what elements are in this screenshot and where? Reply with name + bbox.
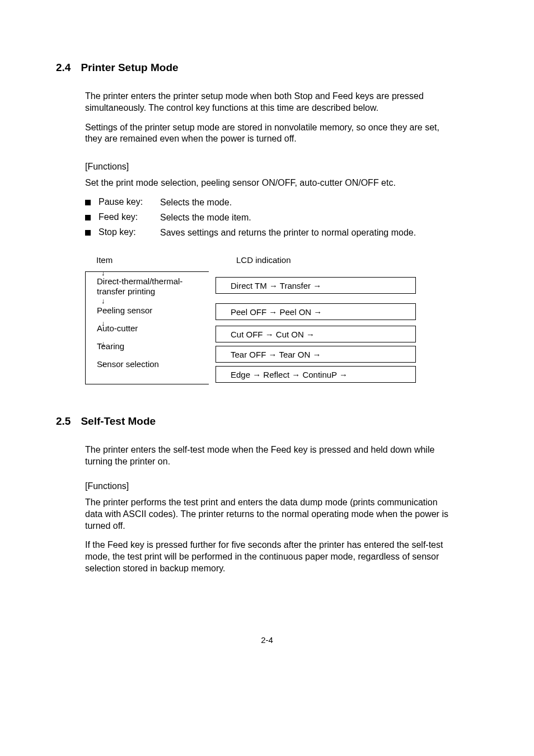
functions-label: [Functions] [85, 481, 456, 491]
section-number: 2.4 [56, 62, 71, 74]
para: If the Feed key is pressed further for f… [85, 539, 456, 574]
section-title: Self-Test Mode [81, 415, 156, 428]
lcd-box: Cut OFF → Cut ON → [216, 326, 416, 342]
key-name: Feed key: [99, 212, 160, 222]
lcd-box: Peel OFF → Peel ON → [216, 303, 416, 320]
lcd-box: Direct TM → Transfer → [216, 277, 416, 294]
table-header-item: Item [85, 255, 219, 265]
lcd-value: Direct TM → Transfer → [231, 281, 321, 290]
key-name: Stop key: [99, 227, 160, 237]
key-desc: Saves settings and returns the printer t… [160, 227, 456, 239]
section-header-25: 2.5 Self-Test Mode [56, 415, 478, 428]
lcd-box: Edge → Reflect → ContinuP → [216, 366, 416, 383]
para: Settings of the printer setup mode are s… [85, 122, 456, 145]
item-entry: Auto-cutter [86, 317, 209, 335]
key-desc: Selects the mode. [160, 197, 456, 209]
key-list: Pause key: Selects the mode. Feed key: S… [85, 197, 456, 238]
item-entry: Tearing [86, 335, 209, 353]
item-entry: Peeling sensor [86, 298, 209, 317]
functions-desc: Set the print mode selection, peeling se… [85, 177, 456, 189]
lcd-value: Edge → Reflect → ContinuP → [231, 370, 348, 379]
para: The printer enters the self-test mode wh… [85, 444, 456, 468]
bullet-icon [85, 200, 91, 205]
bullet-icon [85, 215, 91, 220]
items-column: ↓ Direct-thermal/thermal-transfer printi… [85, 271, 209, 384]
para: The printer enters the printer setup mod… [85, 91, 456, 114]
section-title: Printer Setup Mode [81, 62, 178, 74]
item-entry: Sensor selection [86, 353, 209, 375]
key-row: Feed key: Selects the mode item. [85, 212, 456, 224]
lcd-value: Tear OFF → Tear ON → [231, 350, 321, 359]
item-entry: Direct-thermal/thermal-transfer printing [86, 272, 209, 298]
para: The printer performs the test print and … [85, 497, 456, 532]
key-name: Pause key: [99, 197, 160, 207]
setup-mode-diagram: Item LCD indication ↓ Direct-thermal/the… [85, 255, 478, 384]
lcd-value: Cut OFF → Cut ON → [231, 330, 315, 339]
lcd-value: Peel OFF → Peel ON → [231, 307, 322, 317]
bullet-icon [85, 230, 91, 236]
functions-label: [Functions] [85, 162, 456, 172]
key-row: Pause key: Selects the mode. [85, 197, 456, 209]
lcd-box: Tear OFF → Tear ON → [216, 346, 416, 363]
section-number: 2.5 [56, 415, 71, 428]
lcd-column: Direct TM → Transfer → Peel OFF → Peel O… [209, 271, 478, 384]
key-desc: Selects the mode item. [160, 212, 456, 224]
table-header-lcd: LCD indication [219, 255, 291, 265]
section-header-24: 2.4 Printer Setup Mode [56, 62, 478, 74]
page-number: 2-4 [0, 635, 534, 645]
key-row: Stop key: Saves settings and returns the… [85, 227, 456, 239]
